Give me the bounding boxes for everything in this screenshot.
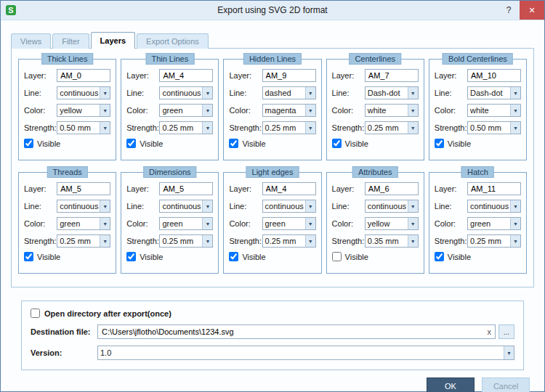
browse-button[interactable]: ...: [498, 324, 514, 339]
strength-dropdown[interactable]: 0.25 mm▼: [467, 234, 521, 248]
visible-checkbox[interactable]: [229, 252, 238, 261]
chevron-down-icon[interactable]: ▼: [408, 235, 418, 247]
chevron-down-icon[interactable]: ▼: [510, 122, 520, 134]
visible-row[interactable]: Visible: [229, 139, 315, 148]
layer-input[interactable]: [262, 182, 316, 195]
line-type-dropdown[interactable]: continuous▼: [159, 86, 213, 99]
strength-dropdown[interactable]: 0.25 mm▼: [159, 234, 213, 248]
tab-layers[interactable]: Layers: [91, 32, 135, 49]
layer-input[interactable]: [159, 69, 213, 82]
chevron-down-icon[interactable]: ▼: [100, 122, 110, 134]
strength-dropdown[interactable]: 0.25 mm▼: [57, 234, 110, 248]
chevron-down-icon[interactable]: ▼: [100, 235, 110, 247]
chevron-down-icon[interactable]: ▼: [100, 218, 110, 229]
layer-input[interactable]: [467, 69, 521, 82]
visible-checkbox[interactable]: [229, 139, 238, 148]
chevron-down-icon[interactable]: ▼: [408, 200, 418, 212]
chevron-down-icon[interactable]: ▼: [504, 346, 514, 359]
visible-row[interactable]: Visible: [332, 252, 419, 261]
layer-input[interactable]: [57, 182, 110, 195]
color-dropdown[interactable]: green▼: [467, 217, 521, 230]
visible-checkbox[interactable]: [332, 139, 342, 148]
open-directory-checkbox[interactable]: [31, 309, 40, 318]
chevron-down-icon[interactable]: ▼: [305, 218, 315, 229]
chevron-down-icon[interactable]: ▼: [100, 200, 110, 212]
chevron-down-icon[interactable]: ▼: [408, 122, 418, 134]
visible-row[interactable]: Visible: [24, 252, 110, 261]
clear-field-icon[interactable]: x: [488, 327, 492, 336]
chevron-down-icon[interactable]: ▼: [510, 200, 520, 212]
chevron-down-icon[interactable]: ▼: [305, 122, 315, 134]
color-dropdown[interactable]: green▼: [159, 104, 213, 117]
chevron-down-icon[interactable]: ▼: [408, 87, 418, 99]
strength-dropdown[interactable]: 0.50 mm▼: [467, 121, 521, 134]
cancel-button[interactable]: Cancel: [482, 377, 530, 392]
line-type-dropdown[interactable]: Dash-dot▼: [467, 86, 521, 99]
visible-checkbox[interactable]: [435, 252, 444, 261]
layer-input[interactable]: [467, 182, 521, 195]
color-dropdown[interactable]: yellow▼: [57, 104, 110, 117]
line-type-dropdown[interactable]: continuous▼: [365, 200, 419, 213]
chevron-down-icon[interactable]: ▼: [305, 87, 315, 99]
line-type-dropdown[interactable]: Dash-dot▼: [365, 86, 419, 99]
chevron-down-icon[interactable]: ▼: [202, 122, 212, 134]
chevron-down-icon[interactable]: ▼: [408, 218, 418, 229]
color-dropdown[interactable]: green▼: [57, 217, 110, 230]
chevron-down-icon[interactable]: ▼: [202, 87, 212, 99]
visible-checkbox[interactable]: [435, 139, 444, 148]
strength-dropdown[interactable]: 0.35 mm▼: [365, 234, 419, 248]
chevron-down-icon[interactable]: ▼: [408, 105, 418, 116]
layer-input[interactable]: [365, 182, 419, 195]
line-type-dropdown[interactable]: continuous▼: [262, 200, 316, 213]
chevron-down-icon[interactable]: ▼: [202, 235, 212, 247]
layer-input[interactable]: [365, 69, 419, 82]
visible-row[interactable]: Visible: [126, 252, 213, 261]
visible-checkbox[interactable]: [126, 139, 136, 148]
line-type-dropdown[interactable]: continuous▼: [57, 86, 110, 99]
strength-dropdown[interactable]: 0.25 mm▼: [159, 121, 213, 134]
version-dropdown[interactable]: 1.0 ▼: [97, 346, 514, 360]
tab-filter[interactable]: Filter: [52, 33, 89, 49]
layer-input[interactable]: [57, 69, 110, 82]
ok-button[interactable]: OK: [427, 377, 475, 392]
color-dropdown[interactable]: magenta▼: [262, 104, 316, 117]
chevron-down-icon[interactable]: ▼: [202, 105, 212, 116]
chevron-down-icon[interactable]: ▼: [305, 105, 315, 116]
line-type-dropdown[interactable]: continuous▼: [57, 200, 110, 213]
chevron-down-icon[interactable]: ▼: [100, 105, 110, 116]
color-dropdown[interactable]: yellow▼: [365, 217, 419, 230]
chevron-down-icon[interactable]: ▼: [510, 235, 520, 247]
visible-checkbox[interactable]: [332, 252, 342, 261]
visible-row[interactable]: Visible: [229, 252, 315, 261]
tab-export-options[interactable]: Export Options: [137, 33, 209, 49]
open-directory-row[interactable]: Open directory after export(once): [31, 309, 514, 318]
visible-checkbox[interactable]: [24, 139, 33, 148]
chevron-down-icon[interactable]: ▼: [100, 87, 110, 99]
close-button[interactable]: ✕: [520, 1, 544, 20]
strength-dropdown[interactable]: 0.25 mm▼: [365, 121, 419, 134]
chevron-down-icon[interactable]: ▼: [510, 105, 520, 116]
visible-row[interactable]: Visible: [24, 139, 110, 148]
chevron-down-icon[interactable]: ▼: [202, 218, 212, 229]
destination-file-input[interactable]: [97, 324, 496, 339]
color-dropdown[interactable]: white▼: [467, 104, 521, 117]
visible-checkbox[interactable]: [24, 252, 33, 261]
line-type-dropdown[interactable]: continuous▼: [159, 200, 213, 213]
line-type-dropdown[interactable]: continuous▼: [467, 200, 521, 213]
strength-dropdown[interactable]: 0.50 mm▼: [57, 121, 110, 134]
color-dropdown[interactable]: white▼: [365, 104, 419, 117]
chevron-down-icon[interactable]: ▼: [510, 218, 520, 229]
layer-input[interactable]: [262, 69, 316, 82]
help-button[interactable]: ?: [498, 1, 520, 20]
color-dropdown[interactable]: green▼: [262, 217, 316, 230]
chevron-down-icon[interactable]: ▼: [510, 87, 520, 99]
strength-dropdown[interactable]: 0.25 mm▼: [262, 234, 316, 248]
layer-input[interactable]: [159, 182, 213, 195]
visible-row[interactable]: Visible: [435, 139, 521, 148]
color-dropdown[interactable]: green▼: [159, 217, 213, 230]
strength-dropdown[interactable]: 0.25 mm▼: [262, 121, 316, 134]
tab-views[interactable]: Views: [11, 33, 51, 49]
chevron-down-icon[interactable]: ▼: [202, 200, 212, 212]
chevron-down-icon[interactable]: ▼: [305, 235, 315, 247]
visible-row[interactable]: Visible: [435, 252, 521, 261]
